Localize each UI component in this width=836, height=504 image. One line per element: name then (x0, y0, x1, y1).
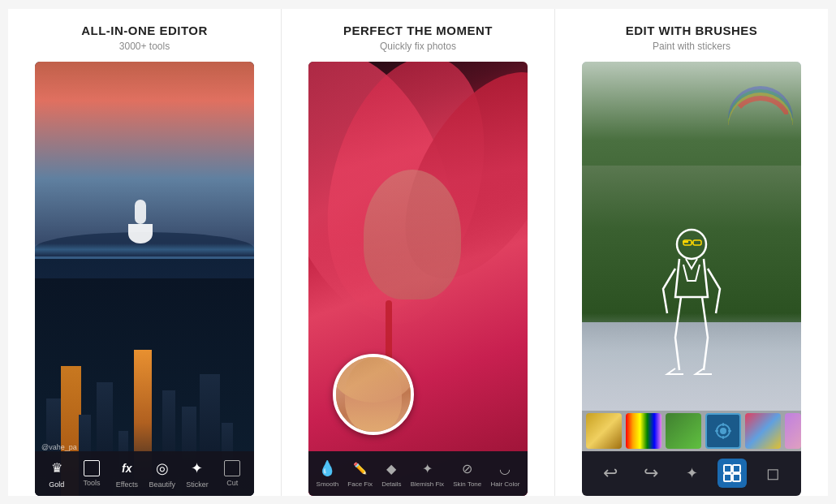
details-label: Details (381, 480, 401, 488)
sticker-icon: ✦ (187, 459, 207, 478)
panel2-toolbar: 💧 Smooth ✏️ Face Fix ◆ Details ✦ Blemish… (308, 451, 528, 496)
brush-rainbow-swatch[interactable] (626, 413, 661, 449)
haircolor-icon: ◡ (495, 459, 515, 478)
brush-clover-swatch[interactable] (666, 413, 701, 449)
tools-label: Tools (83, 479, 100, 487)
panel2-title: PERFECT THE MOMENT (343, 24, 493, 37)
underwater-figure (124, 200, 165, 256)
eraser-icon[interactable]: ◻ (758, 459, 787, 488)
brush-tool-icon[interactable] (717, 459, 747, 488)
brush-icon-svg (722, 463, 742, 483)
panel3-toolbar: ↩ ↪ ✦ ◻ (582, 451, 801, 496)
smooth-label: Smooth (317, 480, 339, 488)
p2-skintone[interactable]: ⊘ Skin Tone (453, 459, 481, 488)
beautify-icon: ◎ (153, 459, 172, 478)
blemishfix-label: Blemish Fix (411, 480, 444, 488)
svg-rect-2 (693, 240, 701, 245)
svg-point-4 (720, 428, 726, 434)
tool-beautify[interactable]: ◎ Beautify (146, 459, 179, 489)
p2-haircolor[interactable]: ◡ Hair Color (490, 459, 519, 488)
smooth-icon: 💧 (317, 459, 337, 478)
gold-label: Gold (49, 480, 64, 489)
figure-dress (128, 224, 153, 243)
undo-icon[interactable]: ↩ (596, 459, 625, 488)
main-container: ALL-IN-ONE EDITOR 3000+ tools (8, 9, 828, 496)
panel3-background: ↩ ↪ ✦ ◻ (582, 62, 801, 496)
svg-rect-11 (724, 474, 731, 481)
brush-confetti-swatch[interactable] (745, 413, 781, 449)
tool-sticker[interactable]: ✦ Sticker (181, 459, 213, 489)
panel1-background: @vahe_pa ♛ Gold Tools fx Effects (35, 62, 254, 496)
brush-active-swatch[interactable] (705, 413, 741, 449)
skintone-label: Skin Tone (453, 480, 481, 488)
tool-effects[interactable]: fx Effects (110, 459, 143, 489)
circle-overlay (333, 354, 414, 435)
figure-body (135, 200, 146, 224)
tool-tools[interactable]: Tools (75, 460, 108, 487)
tool-cut[interactable]: Cut (216, 460, 248, 487)
panel2-phone: 💧 Smooth ✏️ Face Fix ◆ Details ✦ Blemish… (308, 62, 528, 496)
brush-partial-swatch[interactable] (785, 413, 801, 449)
blemishfix-icon: ✦ (417, 459, 437, 478)
fx-icon: fx (117, 459, 136, 478)
panel-all-in-one: ALL-IN-ONE EDITOR 3000+ tools (8, 9, 282, 496)
cut-icon (224, 460, 240, 476)
svg-rect-9 (724, 465, 731, 472)
watermark: @vahe_pa (41, 443, 77, 451)
p2-details[interactable]: ◆ Details (381, 459, 401, 488)
facefix-icon: ✏️ (351, 459, 370, 478)
face-area (364, 170, 461, 299)
panel2-subtitle: Quickly fix photos (380, 41, 456, 52)
svg-rect-12 (733, 474, 740, 481)
panel1-title: ALL-IN-ONE EDITOR (81, 24, 208, 37)
sparkle-icon[interactable]: ✦ (677, 459, 706, 488)
panel2-background: 💧 Smooth ✏️ Face Fix ◆ Details ✦ Blemish… (308, 62, 528, 496)
cut-label: Cut (226, 479, 238, 487)
brush-swatches-row (582, 411, 801, 451)
tool-gold[interactable]: ♛ Gold (41, 459, 73, 489)
figure (124, 200, 157, 248)
skintone-icon: ⊘ (458, 459, 477, 478)
panel3-phone: ↩ ↪ ✦ ◻ (582, 62, 801, 496)
panel1-toolbar: ♛ Gold Tools fx Effects ◎ Beautify (35, 451, 254, 496)
brush-gold-swatch[interactable] (586, 413, 622, 449)
beautify-label: Beautify (149, 480, 175, 489)
p2-smooth[interactable]: 💧 Smooth (317, 459, 339, 488)
svg-rect-10 (733, 465, 740, 472)
details-icon: ◆ (381, 459, 401, 478)
facefix-label: Face Fix (347, 480, 373, 488)
haircolor-label: Hair Color (490, 480, 519, 488)
panel1-subtitle: 3000+ tools (119, 41, 170, 52)
sticker-label: Sticker (186, 480, 209, 489)
panel1-phone: @vahe_pa ♛ Gold Tools fx Effects (35, 62, 254, 496)
waterline (35, 256, 254, 259)
panel-perfect-moment: PERFECT THE MOMENT Quickly fix photos (282, 9, 555, 496)
tools-icon (84, 460, 100, 476)
redo-icon[interactable]: ↪ (636, 459, 666, 488)
panel3-title: EDIT With BRUSHES (626, 24, 758, 37)
inner-face (345, 358, 402, 431)
panel-edit-brushes: EDIT With BRUSHES Paint with stickers (555, 9, 828, 496)
active-swatch-icon (711, 419, 735, 443)
circle-face (336, 357, 411, 432)
golden-hair (333, 354, 414, 403)
effects-label: Effects (116, 480, 138, 489)
gold-icon: ♛ (47, 459, 67, 478)
p2-blemishfix[interactable]: ✦ Blemish Fix (411, 459, 444, 488)
panel3-subtitle: Paint with stickers (653, 41, 730, 52)
p2-facefix[interactable]: ✏️ Face Fix (347, 459, 373, 488)
